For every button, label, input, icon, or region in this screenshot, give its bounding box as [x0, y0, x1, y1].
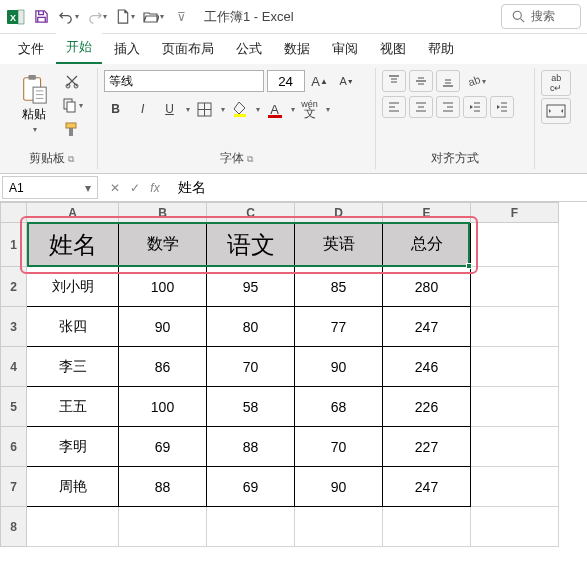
copy-button[interactable]: ▾ [60, 94, 84, 116]
row-header[interactable]: 4 [1, 347, 27, 387]
redo-button[interactable]: ▾ [84, 4, 110, 30]
cell[interactable]: 80 [207, 307, 295, 347]
tab-home[interactable]: 开始 [56, 32, 102, 64]
cancel-edit-button[interactable]: ✕ [106, 181, 124, 195]
cell[interactable] [471, 223, 559, 267]
cell[interactable] [471, 427, 559, 467]
cell[interactable]: 247 [383, 307, 471, 347]
cell[interactable]: 100 [119, 267, 207, 307]
fx-button[interactable]: fx [146, 181, 164, 195]
font-launcher-icon[interactable]: ⧉ [247, 154, 253, 164]
align-right-button[interactable] [436, 96, 460, 118]
row-header[interactable]: 6 [1, 427, 27, 467]
col-header[interactable]: C [207, 203, 295, 223]
cell[interactable] [471, 267, 559, 307]
col-header[interactable]: B [119, 203, 207, 223]
select-all-corner[interactable] [1, 203, 27, 223]
new-file-button[interactable]: ▾ [112, 4, 138, 30]
undo-button[interactable]: ▾ [56, 4, 82, 30]
tab-help[interactable]: 帮助 [418, 34, 464, 64]
cut-button[interactable] [60, 70, 84, 92]
cell[interactable]: 227 [383, 427, 471, 467]
row-header[interactable]: 5 [1, 387, 27, 427]
cell[interactable]: 226 [383, 387, 471, 427]
search-box[interactable]: 搜索 [501, 4, 581, 29]
align-middle-button[interactable] [409, 70, 433, 92]
row-header[interactable]: 7 [1, 467, 27, 507]
row-header[interactable]: 2 [1, 267, 27, 307]
orientation-button[interactable]: ab▾ [463, 70, 487, 92]
cell[interactable] [471, 507, 559, 547]
cell[interactable]: 58 [207, 387, 295, 427]
tab-review[interactable]: 审阅 [322, 34, 368, 64]
cell[interactable]: 90 [119, 307, 207, 347]
row-header[interactable]: 3 [1, 307, 27, 347]
tab-view[interactable]: 视图 [370, 34, 416, 64]
wrap-text-button[interactable]: abc↵ [541, 70, 571, 96]
save-button[interactable] [28, 4, 54, 30]
cell[interactable] [471, 467, 559, 507]
cell[interactable]: 刘小明 [27, 267, 119, 307]
cell[interactable]: 88 [119, 467, 207, 507]
cell[interactable] [471, 387, 559, 427]
cell[interactable]: 总分 [383, 223, 471, 267]
cell[interactable]: 90 [295, 347, 383, 387]
fill-color-button[interactable] [228, 98, 252, 120]
align-top-button[interactable] [382, 70, 406, 92]
tab-data[interactable]: 数据 [274, 34, 320, 64]
tab-formulas[interactable]: 公式 [226, 34, 272, 64]
cell[interactable] [27, 507, 119, 547]
clipboard-launcher-icon[interactable]: ⧉ [68, 154, 74, 164]
decrease-font-button[interactable]: A▼ [335, 70, 359, 92]
font-name-select[interactable] [104, 70, 264, 92]
cell[interactable]: 68 [295, 387, 383, 427]
col-header[interactable]: F [471, 203, 559, 223]
tab-insert[interactable]: 插入 [104, 34, 150, 64]
cell[interactable]: 88 [207, 427, 295, 467]
cell[interactable]: 李三 [27, 347, 119, 387]
cell[interactable]: 77 [295, 307, 383, 347]
cell[interactable]: 语文 [207, 223, 295, 267]
underline-button[interactable]: U [158, 98, 182, 120]
fill-handle[interactable] [466, 263, 472, 269]
cell[interactable]: 周艳 [27, 467, 119, 507]
cell[interactable]: 姓名 [27, 223, 119, 267]
cell[interactable] [295, 507, 383, 547]
cell[interactable]: 70 [207, 347, 295, 387]
align-center-button[interactable] [409, 96, 433, 118]
cell[interactable]: 247 [383, 467, 471, 507]
cell[interactable]: 数学 [119, 223, 207, 267]
tab-layout[interactable]: 页面布局 [152, 34, 224, 64]
cell[interactable] [207, 507, 295, 547]
cell[interactable] [471, 307, 559, 347]
cell[interactable] [471, 347, 559, 387]
cell[interactable] [383, 507, 471, 547]
cell[interactable]: 280 [383, 267, 471, 307]
merge-button[interactable] [541, 98, 571, 124]
cell[interactable]: 英语 [295, 223, 383, 267]
decrease-indent-button[interactable] [463, 96, 487, 118]
format-painter-button[interactable] [60, 118, 84, 140]
confirm-edit-button[interactable]: ✓ [126, 181, 144, 195]
cell[interactable]: 86 [119, 347, 207, 387]
cell[interactable]: 李明 [27, 427, 119, 467]
paste-button[interactable]: 粘贴 ▾ [12, 70, 56, 134]
cell[interactable]: 246 [383, 347, 471, 387]
col-header[interactable]: A [27, 203, 119, 223]
font-color-button[interactable]: A [263, 98, 287, 120]
bold-button[interactable]: B [104, 98, 128, 120]
row-header[interactable]: 1 [1, 223, 27, 267]
formula-input[interactable] [170, 174, 587, 201]
cell[interactable]: 张四 [27, 307, 119, 347]
cell[interactable] [119, 507, 207, 547]
row-header[interactable]: 8 [1, 507, 27, 547]
cell[interactable]: 70 [295, 427, 383, 467]
cell[interactable]: 69 [119, 427, 207, 467]
phonetic-button[interactable]: wén文 [298, 98, 322, 120]
col-header[interactable]: E [383, 203, 471, 223]
font-size-select[interactable] [267, 70, 305, 92]
col-header[interactable]: D [295, 203, 383, 223]
name-box[interactable]: A1 ▾ [2, 176, 98, 199]
cell[interactable]: 100 [119, 387, 207, 427]
qat-customize[interactable]: ⊽ [168, 4, 194, 30]
